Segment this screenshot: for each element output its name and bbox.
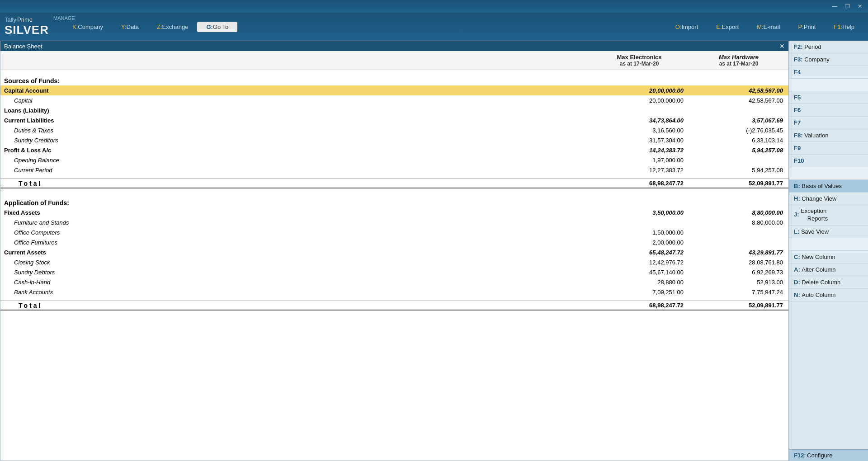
current-liabilities-label: Current Liabilities <box>0 117 590 124</box>
loans-val2 <box>689 110 788 111</box>
bs-title: Balance Sheet <box>4 43 42 50</box>
nav-goto[interactable]: G:Go To <box>197 22 237 32</box>
total-val1-2: 68,98,247.72 <box>590 301 689 309</box>
bs-content: Sources of Funds: Capital Account 20,00,… <box>0 70 788 461</box>
office-computers-row[interactable]: Office Computers 1,50,000.00 <box>0 227 788 237</box>
bs-close-button[interactable]: ✕ <box>779 42 785 50</box>
current-period-row[interactable]: Current Period 12,27,383.72 5,94,257.08 <box>0 165 788 175</box>
sundry-creditors-val1: 31,57,304.00 <box>590 136 689 144</box>
maximize-button[interactable]: ❐ <box>843 3 852 9</box>
total-row-2: Total 68,98,247.72 52,09,891.77 <box>0 301 788 310</box>
current-assets-val2: 43,29,891.77 <box>689 249 788 256</box>
application-title: Application of Funds: <box>0 197 590 207</box>
close-button[interactable]: ✕ <box>855 3 864 9</box>
logo-section: Tally Prime SILVER <box>5 16 54 37</box>
office-computers-val1: 1,50,000.00 <box>590 229 689 236</box>
fixed-assets-row[interactable]: Fixed Assets 3,50,000.00 8,80,000.00 <box>0 207 788 217</box>
nav-company[interactable]: K:Company <box>63 22 112 32</box>
capital-sub-val2: 42,58,567.00 <box>689 97 788 104</box>
nav-menu: K:Company Y:Data Z:Exchange G:Go To O:Im… <box>63 22 863 32</box>
sidebar-empty-2 <box>789 167 868 180</box>
sidebar-empty-1 <box>789 79 868 91</box>
capital-sub-label: Capital <box>0 97 590 104</box>
closing-stock-label: Closing Stock <box>0 259 590 266</box>
total-val2-1: 52,09,891.77 <box>689 179 788 187</box>
bs-header-bar: Balance Sheet ✕ <box>0 41 788 51</box>
loans-row[interactable]: Loans (Liability) <box>0 105 788 115</box>
sidebar-f3-company[interactable]: F3: Company <box>789 53 868 66</box>
profit-loss-row[interactable]: Profit & Loss A/c 14,24,383.72 5,94,257.… <box>0 145 788 155</box>
nav-data[interactable]: Y:Data <box>112 22 148 32</box>
cash-in-hand-val1: 28,880.00 <box>590 278 689 286</box>
minimize-button[interactable]: — <box>830 3 839 9</box>
bank-accounts-val2: 7,75,947.24 <box>689 288 788 296</box>
profit-loss-val2: 5,94,257.08 <box>689 146 788 154</box>
title-bar: — ❐ ✕ <box>0 0 868 13</box>
capital-account-row[interactable]: Capital Account 20,00,000.00 42,58,567.0… <box>0 85 788 95</box>
sundry-debtors-val2: 6,92,269.73 <box>689 268 788 276</box>
sundry-debtors-label: Sundry Debtors <box>0 268 590 276</box>
bank-accounts-row[interactable]: Bank Accounts 7,09,251.00 7,75,947.24 <box>0 287 788 297</box>
opening-balance-row[interactable]: Opening Balance 1,97,000.00 <box>0 155 788 165</box>
current-period-label: Current Period <box>0 166 590 174</box>
sources-title: Sources of Funds: <box>0 75 590 85</box>
content-wrapper: Balance Sheet ✕ Max Electronics as at 17… <box>0 41 868 461</box>
sidebar-d-delete-column[interactable]: D: Delete Column <box>789 276 868 289</box>
current-liabilities-val1: 34,73,864.00 <box>590 117 689 124</box>
sundry-debtors-row[interactable]: Sundry Debtors 45,67,140.00 6,92,269.73 <box>0 267 788 277</box>
current-liabilities-row[interactable]: Current Liabilities 34,73,864.00 3,57,06… <box>0 115 788 125</box>
sidebar-f8-valuation[interactable]: F8: Valuation <box>789 129 868 142</box>
capital-sub-row[interactable]: Capital 20,00,000.00 42,58,567.00 <box>0 95 788 105</box>
total-val1-1: 68,98,247.72 <box>590 179 689 187</box>
col-headers: Max Electronics as at 17-Mar-20 Max Hard… <box>0 51 788 70</box>
sidebar-f2-period[interactable]: F2: Period <box>789 41 868 53</box>
fixed-assets-val1: 3,50,000.00 <box>590 209 689 216</box>
sidebar-j-exception-reports[interactable]: J: Exception Reports <box>789 205 868 226</box>
logo-silver: SILVER <box>5 23 54 37</box>
sidebar-n-auto-column[interactable]: N: Auto Column <box>789 289 868 301</box>
sources-val1 <box>590 80 689 80</box>
sidebar-l-save-view[interactable]: L: Save View <box>789 226 868 238</box>
furniture-stands-row[interactable]: Furniture and Stands 8,80,000.00 <box>0 217 788 227</box>
sundry-creditors-row[interactable]: Sundry Creditors 31,57,304.00 6,33,103.1… <box>0 135 788 145</box>
col-label-header <box>0 54 590 67</box>
furniture-stands-val1 <box>590 222 689 223</box>
sidebar-b-basis-of-values[interactable]: B: Basis of Values <box>789 180 868 193</box>
main-panel: Balance Sheet ✕ Max Electronics as at 17… <box>0 41 789 461</box>
nav-help[interactable]: F1:Help <box>825 22 863 32</box>
nav-import[interactable]: O:Import <box>666 22 708 32</box>
sidebar-f12-configure[interactable]: F12:Configure <box>789 449 868 461</box>
current-assets-row[interactable]: Current Assets 65,48,247.72 43,29,891.77 <box>0 247 788 257</box>
total-val2-2: 52,09,891.77 <box>689 301 788 309</box>
sidebar-c-new-column[interactable]: C: New Column <box>789 251 868 263</box>
current-period-val1: 12,27,383.72 <box>590 166 689 174</box>
window-controls: — ❐ ✕ <box>830 3 864 9</box>
fixed-assets-val2: 8,80,000.00 <box>689 209 788 216</box>
sundry-debtors-val1: 45,67,140.00 <box>590 268 689 276</box>
duties-taxes-val1: 3,16,560.00 <box>590 127 689 134</box>
office-furnitures-row[interactable]: Office Furnitures 2,00,000.00 <box>0 237 788 247</box>
sources-val2 <box>689 80 788 80</box>
profit-loss-val1: 14,24,383.72 <box>590 146 689 154</box>
sidebar-f5[interactable]: F5 <box>789 91 868 104</box>
spacer-3 <box>0 297 788 301</box>
nav-email[interactable]: M:E-mail <box>748 22 789 32</box>
sidebar-f10[interactable]: F10 <box>789 155 868 167</box>
sidebar-f9[interactable]: F9 <box>789 142 868 155</box>
sidebar-a-alter-column[interactable]: A: Alter Column <box>789 263 868 276</box>
office-furnitures-label: Office Furnitures <box>0 239 590 246</box>
nav-exchange[interactable]: Z:Exchange <box>148 22 197 32</box>
logo-tally: Tally <box>5 16 16 23</box>
sidebar-f6[interactable]: F6 <box>789 104 868 117</box>
total-label-1: Total <box>0 179 590 188</box>
cash-in-hand-row[interactable]: Cash-in-Hand 28,880.00 52,913.00 <box>0 277 788 287</box>
sidebar-h-change-view[interactable]: H: Change View <box>789 193 868 205</box>
duties-taxes-row[interactable]: Duties & Taxes 3,16,560.00 (-)2,76,035.4… <box>0 125 788 135</box>
nav-print[interactable]: P:Print <box>789 22 825 32</box>
nav-export[interactable]: E:Export <box>707 22 748 32</box>
furniture-stands-val2: 8,80,000.00 <box>689 219 788 226</box>
sidebar-f7[interactable]: F7 <box>789 117 868 129</box>
office-furnitures-val1: 2,00,000.00 <box>590 239 689 246</box>
sidebar-f4[interactable]: F4 <box>789 66 868 79</box>
closing-stock-row[interactable]: Closing Stock 12,42,976.72 28,08,761.80 <box>0 257 788 267</box>
